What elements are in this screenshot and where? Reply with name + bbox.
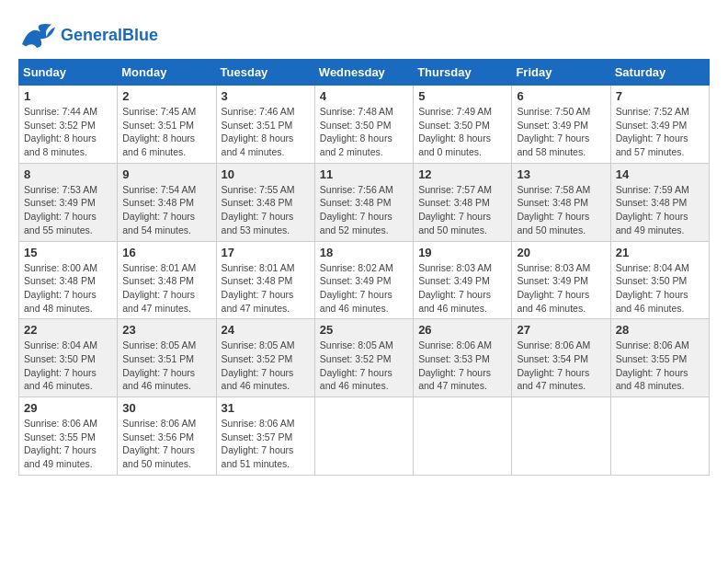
logo: GeneralBlue [18,18,158,52]
day-info: Sunrise: 7:55 AM Sunset: 3:48 PM Dayligh… [222,183,310,237]
day-number: 2 [122,89,210,103]
day-number: 6 [517,89,605,103]
sunrise-label: Sunrise: 8:00 AM [24,262,97,273]
sunrise-label: Sunrise: 8:06 AM [24,418,97,429]
daylight-label: Daylight: 7 hours and 52 minutes. [320,211,392,236]
sunset-label: Sunset: 3:49 PM [517,120,588,131]
sunrise-label: Sunrise: 7:57 AM [418,184,492,195]
day-info: Sunrise: 8:05 AM Sunset: 3:52 PM Dayligh… [320,339,408,393]
logo-blue: Blue [122,26,158,44]
sunset-label: Sunset: 3:49 PM [24,197,96,208]
sunset-label: Sunset: 3:52 PM [320,353,392,364]
day-number: 26 [418,323,506,337]
day-cell-13: 13 Sunrise: 7:58 AM Sunset: 3:48 PM Dayl… [512,163,610,241]
day-cell-30: 30 Sunrise: 8:06 AM Sunset: 3:56 PM Dayl… [118,397,216,476]
day-info: Sunrise: 8:06 AM Sunset: 3:53 PM Dayligh… [418,339,506,393]
sunrise-label: Sunrise: 7:46 AM [222,106,295,117]
column-header-sunday: Sunday [19,60,118,86]
empty-cell [610,397,709,476]
day-number: 13 [517,167,605,181]
day-info: Sunrise: 8:05 AM Sunset: 3:52 PM Dayligh… [222,339,310,393]
daylight-label: Daylight: 7 hours and 46 minutes. [122,367,195,392]
day-cell-26: 26 Sunrise: 8:06 AM Sunset: 3:53 PM Dayl… [414,319,512,397]
daylight-label: Daylight: 8 hours and 6 minutes. [122,132,195,157]
day-cell-25: 25 Sunrise: 8:05 AM Sunset: 3:52 PM Dayl… [314,319,413,397]
day-info: Sunrise: 8:05 AM Sunset: 3:51 PM Dayligh… [122,339,210,393]
day-cell-17: 17 Sunrise: 8:01 AM Sunset: 3:48 PM Dayl… [216,241,314,319]
daylight-label: Daylight: 7 hours and 46 minutes. [616,289,688,314]
sunset-label: Sunset: 3:51 PM [122,120,194,131]
daylight-label: Daylight: 7 hours and 47 minutes. [418,367,491,392]
day-cell-5: 5 Sunrise: 7:49 AM Sunset: 3:50 PM Dayli… [414,86,512,164]
empty-cell [512,397,610,476]
week-row-1: 1 Sunrise: 7:44 AM Sunset: 3:52 PM Dayli… [19,86,710,164]
day-number: 23 [122,323,210,337]
daylight-label: Daylight: 7 hours and 51 minutes. [222,444,294,469]
day-cell-24: 24 Sunrise: 8:05 AM Sunset: 3:52 PM Dayl… [216,319,314,397]
empty-cell [414,397,512,476]
day-number: 28 [616,323,704,337]
daylight-label: Daylight: 7 hours and 50 minutes. [517,211,589,236]
sunset-label: Sunset: 3:48 PM [122,197,194,208]
day-number: 31 [222,401,310,415]
daylight-label: Daylight: 7 hours and 47 minutes. [122,289,195,314]
page-header: GeneralBlue [18,18,710,52]
sunrise-label: Sunrise: 7:59 AM [616,184,689,195]
daylight-label: Daylight: 7 hours and 58 minutes. [517,132,589,157]
sunrise-label: Sunrise: 7:45 AM [122,106,196,117]
sunrise-label: Sunrise: 8:06 AM [616,339,689,350]
sunset-label: Sunset: 3:48 PM [320,197,392,208]
sunset-label: Sunset: 3:55 PM [616,353,688,364]
day-info: Sunrise: 8:00 AM Sunset: 3:48 PM Dayligh… [24,261,112,316]
daylight-label: Daylight: 7 hours and 46 minutes. [320,367,392,392]
day-info: Sunrise: 8:03 AM Sunset: 3:49 PM Dayligh… [418,261,506,316]
daylight-label: Daylight: 7 hours and 47 minutes. [222,289,294,314]
sunrise-label: Sunrise: 7:54 AM [122,184,196,195]
day-number: 29 [24,401,112,415]
day-cell-27: 27 Sunrise: 8:06 AM Sunset: 3:54 PM Dayl… [512,319,610,397]
sunset-label: Sunset: 3:49 PM [517,275,588,286]
day-info: Sunrise: 7:45 AM Sunset: 3:51 PM Dayligh… [122,105,210,159]
day-cell-12: 12 Sunrise: 7:57 AM Sunset: 3:48 PM Dayl… [414,163,512,241]
sunrise-label: Sunrise: 8:05 AM [122,339,196,350]
day-info: Sunrise: 7:50 AM Sunset: 3:49 PM Dayligh… [517,105,605,159]
sunrise-label: Sunrise: 7:44 AM [24,106,97,117]
sunset-label: Sunset: 3:48 PM [517,197,588,208]
week-row-3: 15 Sunrise: 8:00 AM Sunset: 3:48 PM Dayl… [19,241,710,319]
sunset-label: Sunset: 3:52 PM [24,120,96,131]
week-row-4: 22 Sunrise: 8:04 AM Sunset: 3:50 PM Dayl… [19,319,710,397]
sunset-label: Sunset: 3:50 PM [24,353,96,364]
day-number: 11 [320,167,408,181]
sunset-label: Sunset: 3:49 PM [320,275,392,286]
sunrise-label: Sunrise: 8:06 AM [222,418,295,429]
week-row-2: 8 Sunrise: 7:53 AM Sunset: 3:49 PM Dayli… [19,163,710,241]
day-info: Sunrise: 7:59 AM Sunset: 3:48 PM Dayligh… [616,183,704,237]
sunset-label: Sunset: 3:50 PM [616,275,688,286]
day-cell-31: 31 Sunrise: 8:06 AM Sunset: 3:57 PM Dayl… [216,397,314,476]
column-header-wednesday: Wednesday [314,60,413,86]
day-cell-11: 11 Sunrise: 7:56 AM Sunset: 3:48 PM Dayl… [314,163,413,241]
sunset-label: Sunset: 3:49 PM [418,275,490,286]
day-cell-22: 22 Sunrise: 8:04 AM Sunset: 3:50 PM Dayl… [19,319,118,397]
sunrise-label: Sunrise: 8:02 AM [320,262,393,273]
daylight-label: Daylight: 7 hours and 55 minutes. [24,211,97,236]
day-cell-28: 28 Sunrise: 8:06 AM Sunset: 3:55 PM Dayl… [610,319,709,397]
calendar-table: SundayMondayTuesdayWednesdayThursdayFrid… [18,59,710,476]
logo-icon [18,18,55,52]
day-number: 27 [517,323,605,337]
daylight-label: Daylight: 7 hours and 50 minutes. [418,211,491,236]
sunrise-label: Sunrise: 7:56 AM [320,184,393,195]
day-number: 9 [122,167,210,181]
day-info: Sunrise: 8:06 AM Sunset: 3:56 PM Dayligh… [122,417,210,471]
sunrise-label: Sunrise: 8:04 AM [24,339,97,350]
logo-general: General [61,26,122,44]
day-info: Sunrise: 8:02 AM Sunset: 3:49 PM Dayligh… [320,261,408,316]
daylight-label: Daylight: 7 hours and 54 minutes. [122,211,195,236]
day-info: Sunrise: 8:04 AM Sunset: 3:50 PM Dayligh… [24,339,112,393]
sunset-label: Sunset: 3:54 PM [517,353,588,364]
sunrise-label: Sunrise: 8:01 AM [222,262,295,273]
sunrise-label: Sunrise: 7:49 AM [418,106,492,117]
day-cell-4: 4 Sunrise: 7:48 AM Sunset: 3:50 PM Dayli… [314,86,413,164]
sunset-label: Sunset: 3:50 PM [320,120,392,131]
daylight-label: Daylight: 7 hours and 46 minutes. [24,367,97,392]
